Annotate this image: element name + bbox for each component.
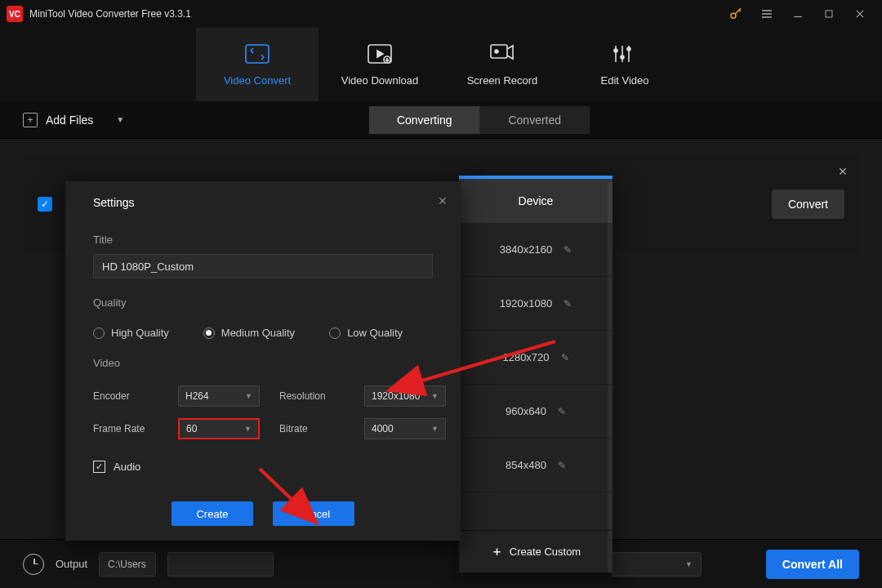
upgrade-key-icon[interactable]: [720, 0, 751, 28]
tab-converted[interactable]: Converted: [479, 106, 590, 134]
radio-medium-quality[interactable]: Medium Quality: [203, 327, 295, 339]
tab-screen-record[interactable]: Screen Record: [441, 28, 564, 101]
preset-row[interactable]: 3840x2160 ✎: [459, 223, 612, 277]
preset-row[interactable]: 854x480 ✎: [459, 439, 612, 492]
resolution-dropdown[interactable]: 1920x1080▼: [364, 385, 446, 407]
bitrate-label: Bitrate: [279, 423, 345, 434]
create-custom-label: Create Custom: [510, 546, 581, 558]
audio-label: Audio: [114, 461, 140, 473]
close-icon[interactable]: ✕: [438, 194, 448, 207]
svg-rect-6: [491, 45, 507, 58]
download-icon: [366, 42, 394, 68]
maximize-button[interactable]: [813, 0, 844, 28]
resolution-label: Resolution: [279, 390, 345, 402]
chevron-down-icon: ▼: [116, 115, 124, 124]
preset-label: 3840x2160: [500, 243, 552, 256]
radio-label: Low Quality: [347, 327, 403, 339]
checkbox-icon: [93, 461, 105, 473]
radio-low-quality[interactable]: Low Quality: [329, 327, 403, 339]
record-icon: [488, 42, 516, 68]
app-logo: VC: [7, 6, 23, 22]
chevron-down-icon: ▼: [244, 425, 252, 433]
tab-video-download[interactable]: Video Download: [318, 28, 441, 101]
create-button[interactable]: Create: [172, 501, 253, 526]
app-title: MiniTool Video Converter Free v3.3.1: [29, 8, 191, 20]
chevron-down-icon: ▼: [685, 560, 693, 568]
modal-title: Settings: [93, 196, 433, 209]
radio-icon: [203, 327, 215, 339]
svg-point-0: [731, 13, 736, 18]
create-custom-button[interactable]: ＋ Create Custom: [459, 530, 612, 572]
svg-point-8: [614, 49, 617, 52]
output-browse-button[interactable]: [167, 552, 274, 577]
preset-tab-device[interactable]: Device: [459, 179, 612, 223]
minimize-button[interactable]: [782, 0, 813, 28]
output-label: Output: [56, 558, 87, 570]
cancel-button[interactable]: Cancel: [273, 501, 354, 526]
svg-point-7: [495, 50, 498, 53]
preset-label: 854x480: [506, 459, 546, 471]
titlebar: VC MiniTool Video Converter Free v3.3.1: [0, 0, 882, 28]
output-format-dropdown[interactable]: ▼: [612, 552, 702, 577]
svg-rect-2: [246, 45, 269, 63]
chevron-down-icon: ▼: [431, 392, 439, 400]
tab-label: Screen Record: [467, 74, 538, 87]
edit-icon: [611, 42, 639, 68]
preset-row[interactable]: 1280x720 ✎: [459, 331, 612, 385]
output-path-field[interactable]: C:\Users: [99, 552, 156, 577]
tab-label: Edit Video: [600, 74, 648, 87]
edit-icon[interactable]: ✎: [564, 298, 572, 310]
title-input[interactable]: [93, 254, 433, 278]
quality-label: Quality: [93, 296, 433, 309]
preset-row[interactable]: 1920x1080 ✎: [459, 277, 612, 331]
edit-icon[interactable]: ✎: [561, 352, 569, 363]
file-checkbox[interactable]: ✓: [38, 197, 52, 212]
chevron-down-icon: ▼: [431, 425, 439, 433]
chevron-down-icon: ▼: [245, 392, 252, 400]
dropdown-value: 1920x1080: [372, 390, 420, 402]
tab-converting[interactable]: Converting: [369, 106, 479, 134]
top-nav: Video Convert Video Download Screen Reco…: [0, 28, 882, 101]
encoder-dropdown[interactable]: H264▼: [178, 385, 260, 407]
add-files-label: Add Files: [46, 114, 93, 127]
preset-row[interactable]: 960x640 ✎: [459, 385, 612, 439]
framerate-label: Frame Rate: [93, 423, 158, 434]
menu-icon[interactable]: [751, 0, 782, 28]
svg-point-9: [621, 56, 624, 59]
plus-icon: +: [23, 113, 38, 127]
svg-rect-1: [826, 11, 832, 17]
radio-high-quality[interactable]: High Quality: [93, 327, 169, 339]
preset-label: 1280x720: [502, 351, 549, 363]
edit-icon[interactable]: ✎: [564, 244, 572, 256]
convert-icon: [243, 42, 271, 68]
toolbar: + Add Files ▼ Converting Converted: [0, 101, 882, 139]
svg-marker-4: [377, 51, 383, 57]
video-section-label: Video: [93, 357, 433, 369]
add-files-button[interactable]: + Add Files ▼: [23, 113, 124, 127]
bitrate-dropdown[interactable]: 4000▼: [364, 418, 446, 439]
convert-button[interactable]: Convert: [772, 189, 844, 219]
radio-icon: [329, 327, 341, 339]
plus-icon: ＋: [491, 544, 503, 559]
convert-all-button[interactable]: Convert All: [766, 550, 859, 579]
radio-label: High Quality: [111, 327, 169, 339]
tab-edit-video[interactable]: Edit Video: [564, 28, 686, 101]
audio-toggle[interactable]: Audio: [93, 461, 433, 473]
settings-modal: ✕ Settings Title Quality High Quality Me…: [65, 181, 461, 541]
close-button[interactable]: [844, 0, 875, 28]
tab-video-convert[interactable]: Video Convert: [196, 28, 318, 101]
edit-icon[interactable]: ✎: [558, 460, 566, 471]
edit-icon[interactable]: ✎: [558, 406, 566, 417]
encoder-label: Encoder: [93, 390, 158, 402]
scrollbar[interactable]: [608, 182, 612, 572]
schedule-icon[interactable]: [23, 554, 44, 575]
bottom-bar: Output C:\Users ▼ Convert All: [0, 539, 882, 588]
dropdown-value: 4000: [372, 423, 394, 434]
tab-label: Video Download: [341, 74, 418, 87]
remove-file-button[interactable]: ✕: [838, 165, 848, 178]
radio-icon: [93, 327, 105, 339]
dropdown-value: 60: [186, 423, 197, 434]
dropdown-value: H264: [185, 390, 209, 402]
preset-label: 960x640: [506, 405, 546, 417]
framerate-dropdown[interactable]: 60▼: [178, 418, 260, 439]
